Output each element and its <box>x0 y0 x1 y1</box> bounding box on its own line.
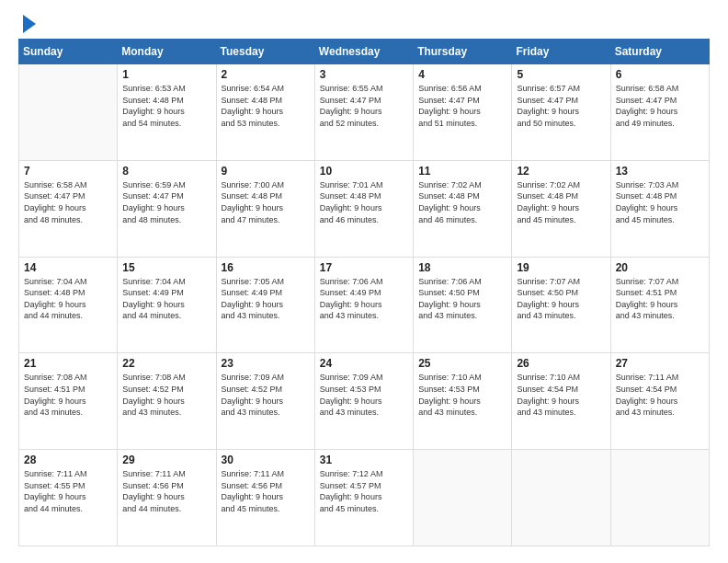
day-number: 12 <box>517 165 605 178</box>
logo <box>18 17 36 29</box>
day-number: 29 <box>122 454 210 466</box>
day-number: 17 <box>320 261 408 274</box>
calendar-cell: 14Sunrise: 7:04 AM Sunset: 4:48 PM Dayli… <box>19 257 118 353</box>
calendar-cell: 23Sunrise: 7:09 AM Sunset: 4:52 PM Dayli… <box>216 353 314 450</box>
calendar-day-header: Tuesday <box>216 40 314 64</box>
day-number: 4 <box>418 68 506 81</box>
day-info: Sunrise: 7:07 AM Sunset: 4:50 PM Dayligh… <box>517 276 605 322</box>
calendar-cell: 4Sunrise: 6:56 AM Sunset: 4:47 PM Daylig… <box>414 64 512 161</box>
day-info: Sunrise: 7:08 AM Sunset: 4:51 PM Dayligh… <box>24 372 112 418</box>
calendar-cell <box>610 450 709 546</box>
day-info: Sunrise: 6:56 AM Sunset: 4:47 PM Dayligh… <box>418 83 506 129</box>
svg-marker-0 <box>23 15 36 33</box>
calendar-day-header: Thursday <box>414 40 512 64</box>
day-info: Sunrise: 6:55 AM Sunset: 4:47 PM Dayligh… <box>320 83 408 129</box>
calendar-day-header: Saturday <box>610 40 709 64</box>
day-info: Sunrise: 7:07 AM Sunset: 4:51 PM Dayligh… <box>616 276 704 322</box>
calendar-cell: 5Sunrise: 6:57 AM Sunset: 4:47 PM Daylig… <box>512 64 610 161</box>
day-info: Sunrise: 7:06 AM Sunset: 4:50 PM Dayligh… <box>418 276 506 322</box>
calendar-cell: 17Sunrise: 7:06 AM Sunset: 4:49 PM Dayli… <box>314 257 413 353</box>
day-info: Sunrise: 7:02 AM Sunset: 4:48 PM Dayligh… <box>517 179 605 225</box>
day-info: Sunrise: 6:58 AM Sunset: 4:47 PM Dayligh… <box>616 83 704 129</box>
day-number: 10 <box>320 165 408 178</box>
calendar-cell: 30Sunrise: 7:11 AM Sunset: 4:56 PM Dayli… <box>216 450 314 546</box>
calendar-cell: 12Sunrise: 7:02 AM Sunset: 4:48 PM Dayli… <box>512 160 610 257</box>
calendar-cell: 11Sunrise: 7:02 AM Sunset: 4:48 PM Dayli… <box>414 160 512 257</box>
calendar-cell: 10Sunrise: 7:01 AM Sunset: 4:48 PM Dayli… <box>314 160 413 257</box>
day-number: 18 <box>418 261 506 274</box>
day-number: 20 <box>616 261 704 274</box>
calendar-week-row: 21Sunrise: 7:08 AM Sunset: 4:51 PM Dayli… <box>19 353 710 450</box>
day-info: Sunrise: 6:53 AM Sunset: 4:48 PM Dayligh… <box>122 83 210 129</box>
calendar-cell: 27Sunrise: 7:11 AM Sunset: 4:54 PM Dayli… <box>610 353 709 450</box>
day-info: Sunrise: 6:57 AM Sunset: 4:47 PM Dayligh… <box>517 83 605 129</box>
logo-triangle-icon <box>21 15 36 33</box>
day-info: Sunrise: 6:54 AM Sunset: 4:48 PM Dayligh… <box>222 83 310 129</box>
day-info: Sunrise: 7:12 AM Sunset: 4:57 PM Dayligh… <box>320 468 408 514</box>
day-number: 11 <box>418 165 506 178</box>
day-info: Sunrise: 7:01 AM Sunset: 4:48 PM Dayligh… <box>320 179 408 225</box>
day-info: Sunrise: 7:03 AM Sunset: 4:48 PM Dayligh… <box>616 179 704 225</box>
day-info: Sunrise: 6:59 AM Sunset: 4:47 PM Dayligh… <box>122 179 210 225</box>
day-info: Sunrise: 7:11 AM Sunset: 4:56 PM Dayligh… <box>222 468 310 514</box>
day-info: Sunrise: 7:02 AM Sunset: 4:48 PM Dayligh… <box>418 179 506 225</box>
day-number: 16 <box>222 261 310 274</box>
day-number: 13 <box>616 165 704 178</box>
day-number: 24 <box>320 357 408 370</box>
day-number: 7 <box>24 165 112 178</box>
calendar-day-header: Friday <box>512 40 610 64</box>
calendar-cell: 31Sunrise: 7:12 AM Sunset: 4:57 PM Dayli… <box>314 450 413 546</box>
calendar-cell: 8Sunrise: 6:59 AM Sunset: 4:47 PM Daylig… <box>118 160 216 257</box>
calendar-week-row: 28Sunrise: 7:11 AM Sunset: 4:55 PM Dayli… <box>19 450 710 546</box>
calendar-cell <box>414 450 512 546</box>
calendar-cell: 13Sunrise: 7:03 AM Sunset: 4:48 PM Dayli… <box>610 160 709 257</box>
day-info: Sunrise: 7:09 AM Sunset: 4:52 PM Dayligh… <box>222 372 310 418</box>
day-info: Sunrise: 7:11 AM Sunset: 4:56 PM Dayligh… <box>122 468 210 514</box>
calendar-cell: 2Sunrise: 6:54 AM Sunset: 4:48 PM Daylig… <box>216 64 314 161</box>
day-number: 19 <box>517 261 605 274</box>
day-number: 28 <box>24 454 112 466</box>
day-info: Sunrise: 7:08 AM Sunset: 4:52 PM Dayligh… <box>122 372 210 418</box>
day-info: Sunrise: 7:00 AM Sunset: 4:48 PM Dayligh… <box>222 179 310 225</box>
calendar-cell: 20Sunrise: 7:07 AM Sunset: 4:51 PM Dayli… <box>610 257 709 353</box>
day-info: Sunrise: 7:10 AM Sunset: 4:53 PM Dayligh… <box>418 372 506 418</box>
calendar-day-header: Sunday <box>19 40 118 64</box>
calendar-week-row: 14Sunrise: 7:04 AM Sunset: 4:48 PM Dayli… <box>19 257 710 353</box>
calendar-table: SundayMondayTuesdayWednesdayThursdayFrid… <box>18 39 710 546</box>
page: SundayMondayTuesdayWednesdayThursdayFrid… <box>0 0 728 563</box>
day-number: 22 <box>122 357 210 370</box>
calendar-cell: 28Sunrise: 7:11 AM Sunset: 4:55 PM Dayli… <box>19 450 118 546</box>
day-info: Sunrise: 6:58 AM Sunset: 4:47 PM Dayligh… <box>24 179 112 225</box>
calendar-cell: 19Sunrise: 7:07 AM Sunset: 4:50 PM Dayli… <box>512 257 610 353</box>
day-info: Sunrise: 7:11 AM Sunset: 4:55 PM Dayligh… <box>24 468 112 514</box>
day-number: 23 <box>222 357 310 370</box>
calendar-cell: 16Sunrise: 7:05 AM Sunset: 4:49 PM Dayli… <box>216 257 314 353</box>
day-number: 15 <box>122 261 210 274</box>
day-info: Sunrise: 7:06 AM Sunset: 4:49 PM Dayligh… <box>320 276 408 322</box>
day-info: Sunrise: 7:04 AM Sunset: 4:48 PM Dayligh… <box>24 276 112 322</box>
day-info: Sunrise: 7:05 AM Sunset: 4:49 PM Dayligh… <box>222 276 310 322</box>
calendar-week-row: 7Sunrise: 6:58 AM Sunset: 4:47 PM Daylig… <box>19 160 710 257</box>
calendar-cell: 15Sunrise: 7:04 AM Sunset: 4:49 PM Dayli… <box>118 257 216 353</box>
calendar-week-row: 1Sunrise: 6:53 AM Sunset: 4:48 PM Daylig… <box>19 64 710 161</box>
calendar-cell <box>19 64 118 161</box>
day-number: 25 <box>418 357 506 370</box>
day-number: 27 <box>616 357 704 370</box>
calendar-cell: 18Sunrise: 7:06 AM Sunset: 4:50 PM Dayli… <box>414 257 512 353</box>
calendar-cell: 7Sunrise: 6:58 AM Sunset: 4:47 PM Daylig… <box>19 160 118 257</box>
day-number: 8 <box>122 165 210 178</box>
day-number: 6 <box>616 68 704 81</box>
calendar-cell: 22Sunrise: 7:08 AM Sunset: 4:52 PM Dayli… <box>118 353 216 450</box>
calendar-cell: 3Sunrise: 6:55 AM Sunset: 4:47 PM Daylig… <box>314 64 413 161</box>
day-number: 30 <box>222 454 310 466</box>
calendar-cell <box>512 450 610 546</box>
day-info: Sunrise: 7:09 AM Sunset: 4:53 PM Dayligh… <box>320 372 408 418</box>
calendar-cell: 21Sunrise: 7:08 AM Sunset: 4:51 PM Dayli… <box>19 353 118 450</box>
day-number: 21 <box>24 357 112 370</box>
header <box>18 17 710 29</box>
calendar-header-row: SundayMondayTuesdayWednesdayThursdayFrid… <box>19 40 710 64</box>
day-number: 1 <box>122 68 210 81</box>
calendar-day-header: Wednesday <box>314 40 413 64</box>
calendar-cell: 9Sunrise: 7:00 AM Sunset: 4:48 PM Daylig… <box>216 160 314 257</box>
day-number: 26 <box>517 357 605 370</box>
